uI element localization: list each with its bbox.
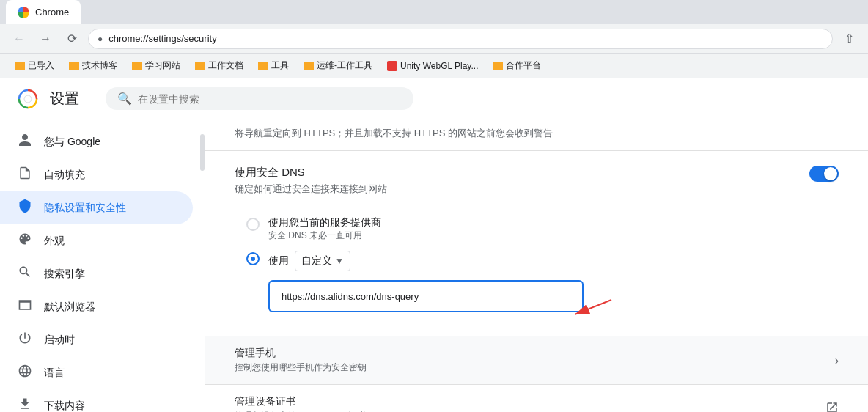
settings-logo [18, 89, 38, 109]
sidebar-label: 您与 Google [44, 136, 100, 149]
share-button[interactable]: ⇧ [839, 29, 859, 49]
manage-phone-desc: 控制您使用哪些手机作为安全密钥 [235, 361, 835, 374]
bookmark-work-docs[interactable]: 工作文档 [189, 56, 249, 75]
sidebar-label: 外观 [44, 235, 65, 248]
folder-icon [493, 62, 503, 70]
dns-toggle[interactable] [809, 166, 839, 182]
bookmark-label: 合作平台 [506, 59, 541, 72]
custom-dns-input-box [268, 280, 584, 312]
download-icon [18, 397, 32, 412]
search-input[interactable] [138, 93, 402, 105]
sidebar-label: 隐私设置和安全性 [44, 202, 126, 215]
security-icon: ● [98, 34, 103, 44]
main-content: 将导航重定向到 HTTPS；并且加载不支持 HTTPS 的网站之前您会收到警告 … [205, 119, 868, 412]
sidebar-item-browser[interactable]: 默认浏览器 [0, 290, 193, 323]
select-value: 自定义 [301, 254, 332, 268]
dns-option-1[interactable]: 使用您当前的服务提供商 安全 DNS 未必一直可用 [246, 216, 839, 242]
active-tab[interactable]: Chrome [6, 0, 81, 24]
manage-phone-title: 管理手机 [235, 347, 835, 360]
shield-icon [18, 199, 32, 217]
radio-button-2[interactable] [246, 252, 260, 265]
search-icon: 🔍 [117, 92, 132, 106]
nav-bar: ← → ⟳ ● chrome://settings/security ⇧ [0, 24, 868, 54]
sidebar-label: 启动时 [44, 334, 75, 347]
sidebar-item-startup[interactable]: 启动时 [0, 323, 193, 356]
sidebar-label: 默认浏览器 [44, 301, 95, 314]
settings-search: 🔍 [106, 87, 413, 110]
address-url: chrome://settings/security [108, 33, 216, 44]
folder-icon [132, 62, 142, 70]
radio-option-2-content: 使用 自定义 ▼ [268, 251, 839, 312]
reload-button[interactable]: ⟳ [62, 29, 82, 49]
sidebar-item-autofill[interactable]: 自动填充 [0, 158, 193, 191]
settings-header: 设置 🔍 [0, 78, 868, 119]
manage-certs-left: 管理设备证书 管理您设备上的 HTTPS/SSL 证书 [235, 395, 825, 412]
radio-options: 使用您当前的服务提供商 安全 DNS 未必一直可用 使用 自定义 [235, 216, 839, 312]
manage-certs-item[interactable]: 管理设备证书 管理您设备上的 HTTPS/SSL 证书 [205, 385, 868, 412]
chevron-right-icon: › [835, 354, 839, 367]
sidebar-label: 语言 [44, 367, 65, 380]
search-engine-icon [18, 265, 32, 283]
bookmark-tech-blog[interactable]: 技术博客 [63, 56, 123, 75]
bookmark-learning[interactable]: 学习网站 [126, 56, 186, 75]
bookmark-label: Unity WebGL Play... [400, 61, 478, 71]
scrollbar[interactable] [200, 134, 205, 171]
language-icon [18, 364, 32, 382]
red-arrow-annotation [567, 293, 626, 322]
folder-icon [15, 62, 25, 70]
chevron-down-icon: ▼ [335, 256, 344, 266]
back-button[interactable]: ← [9, 29, 29, 49]
radio-option-1-text: 使用您当前的服务提供商 安全 DNS 未必一直可用 [268, 216, 381, 242]
folder-icon [195, 62, 205, 70]
autofill-icon [18, 166, 32, 184]
forward-button[interactable]: → [35, 29, 56, 49]
manage-certs-title: 管理设备证书 [235, 395, 825, 408]
top-notice: 将导航重定向到 HTTPS；并且加载不支持 HTTPS 的网站之前您会收到警告 [205, 119, 868, 151]
bookmarks-bar: 已导入 技术博客 学习网站 工作文档 工具 运维-工作工具 Unity WebG… [0, 54, 868, 78]
sidebar-item-privacy[interactable]: 隐私设置和安全性 [0, 191, 193, 224]
sidebar-item-appearance[interactable]: 外观 [0, 224, 193, 257]
tab-bar: Chrome [0, 0, 868, 24]
dns-section: 使用安全 DNS 确定如何通过安全连接来连接到网站 使用您当前的服务提供商 [205, 151, 868, 336]
bookmark-tools[interactable]: 工具 [252, 56, 295, 75]
folder-icon [304, 62, 314, 70]
svg-point-1 [24, 95, 32, 103]
bookmark-label: 工具 [271, 59, 289, 72]
custom-dns-select[interactable]: 自定义 ▼ [295, 251, 350, 271]
sidebar: 您与 Google 自动填充 隐私设置和安全性 外观 [0, 119, 205, 412]
sidebar-item-google[interactable]: 您与 Google [0, 125, 193, 158]
bookmark-label: 工作文档 [208, 59, 243, 72]
sidebar-item-search[interactable]: 搜索引擎 [0, 257, 193, 290]
bookmark-collab[interactable]: 合作平台 [487, 56, 547, 75]
sidebar-label: 搜索引擎 [44, 268, 85, 281]
manage-phone-item[interactable]: 管理手机 控制您使用哪些手机作为安全密钥 › [205, 336, 868, 385]
folder-icon [69, 62, 79, 70]
tab-title: Chrome [35, 7, 69, 18]
toggle-knob [824, 167, 837, 180]
dns-option-2[interactable]: 使用 自定义 ▼ [246, 251, 839, 312]
sidebar-item-downloads[interactable]: 下载内容 [0, 389, 193, 412]
unity-favicon [387, 61, 397, 71]
sidebar-item-language[interactable]: 语言 [0, 356, 193, 389]
settings-title: 设置 [50, 89, 79, 108]
list-section: 管理手机 控制您使用哪些手机作为安全密钥 › 管理设备证书 管理您设备上的 HT… [205, 336, 868, 412]
external-link-icon [825, 401, 839, 413]
folder-icon [258, 62, 268, 70]
address-bar[interactable]: ● chrome://settings/security [88, 29, 833, 49]
manage-phone-left: 管理手机 控制您使用哪些手机作为安全密钥 [235, 347, 835, 374]
bookmark-label: 已导入 [28, 59, 54, 72]
sidebar-label: 下载内容 [44, 400, 85, 413]
power-icon [18, 331, 32, 349]
radio-button-1[interactable] [246, 218, 260, 231]
palette-icon [18, 232, 32, 250]
bookmark-label: 运维-工作工具 [317, 59, 372, 72]
bookmark-ops-tools[interactable]: 运维-工作工具 [298, 56, 378, 75]
bookmark-label: 技术博客 [82, 59, 117, 72]
bookmark-imported[interactable]: 已导入 [9, 56, 60, 75]
dns-info: 使用安全 DNS 确定如何通过安全连接来连接到网站 [235, 166, 809, 205]
svg-line-3 [575, 300, 611, 314]
bookmark-unity[interactable]: Unity WebGL Play... [381, 58, 484, 74]
dns-input[interactable] [282, 291, 570, 302]
sidebar-label: 自动填充 [44, 169, 85, 182]
dns-title: 使用安全 DNS [235, 166, 809, 180]
